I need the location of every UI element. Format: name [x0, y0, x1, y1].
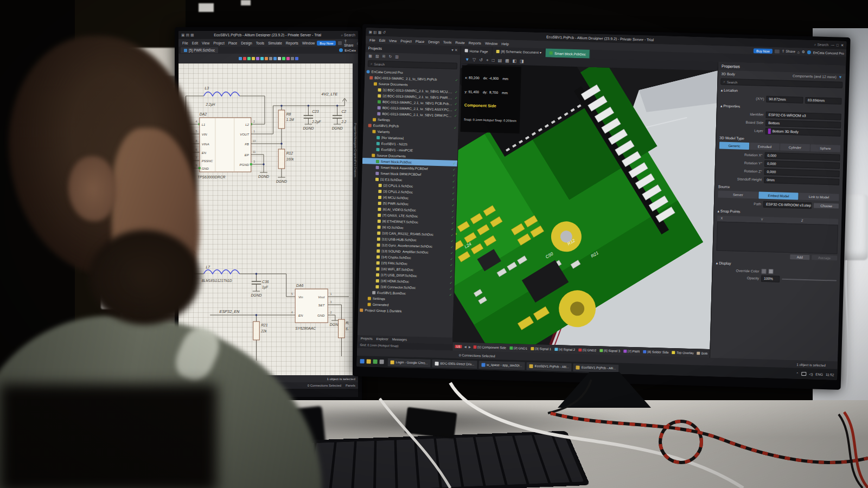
y-field[interactable]: 83.694mm: [805, 97, 842, 104]
override-color-swatch[interactable]: [761, 268, 766, 273]
opacity-field[interactable]: 100%: [761, 275, 780, 282]
view-toolbar-icon[interactable]: ◧: [513, 58, 517, 63]
app-icons[interactable]: ▣ ▤ ▦ ↺: [368, 30, 386, 35]
path-field[interactable]: ESP32-C6-WROOM v3.step: [763, 201, 812, 208]
menu-item[interactable]: View: [200, 41, 211, 45]
menu-item[interactable]: Design: [239, 41, 254, 45]
menu-item[interactable]: Tools: [442, 40, 454, 44]
toolbar-icon[interactable]: [286, 57, 290, 60]
taskbar-icon[interactable]: [373, 359, 378, 364]
projects-toolbar-icon[interactable]: ▥: [395, 54, 399, 59]
toolbar-icon[interactable]: [269, 57, 272, 60]
toolbar-icon[interactable]: [278, 57, 281, 60]
taskbar-window[interactable]: Login - Google Chro...: [387, 358, 430, 367]
toolbar-icon[interactable]: [256, 57, 259, 60]
start-icon[interactable]: [181, 391, 184, 395]
layer-tab[interactable]: [3] Signal 1: [531, 347, 551, 351]
panel-tab[interactable]: Properties: [354, 123, 357, 137]
override-color-swatch-2[interactable]: [768, 269, 773, 274]
panel-bottom-tab[interactable]: Messages: [392, 338, 407, 342]
taskbar-window[interactable]: EcoSBV...: [207, 390, 227, 396]
layer-tab[interactable]: Top Overlay: [672, 351, 694, 355]
layer-tab[interactable]: [6] Signal 3: [599, 349, 620, 352]
layer-next-icon[interactable]: ▶: [469, 345, 471, 349]
schematic-canvas[interactable]: L3 2.2µH DA2 TPS63000DRCR L14 VIN5 VINA8…: [178, 63, 358, 375]
model-type-button[interactable]: Cylinder: [780, 144, 810, 152]
menu-item[interactable]: Reports: [467, 41, 483, 45]
source-mode-button[interactable]: Server: [718, 190, 758, 198]
designator-tab[interactable]: Designator: [199, 377, 215, 381]
model-type-button[interactable]: Extruded: [750, 143, 780, 151]
layer-tab[interactable]: [7] PWR: [623, 350, 640, 354]
tray-expand-icon[interactable]: ⌃: [796, 371, 799, 375]
layer-tab[interactable]: Bottom Overlay: [697, 351, 708, 355]
gear-icon[interactable]: ⚙: [802, 50, 805, 54]
layer-tab[interactable]: [5] GND2: [578, 348, 596, 352]
taskbar-icon[interactable]: [186, 391, 189, 395]
menu-item[interactable]: Simulate: [266, 41, 284, 45]
share-button[interactable]: ⇪ Share: [782, 49, 795, 54]
chat-icon[interactable]: [338, 41, 342, 45]
home-icon[interactable]: ⌂: [797, 50, 800, 54]
opacity-slider[interactable]: [782, 278, 837, 281]
toolbar-icon[interactable]: [295, 57, 298, 60]
panel-bottom-tab[interactable]: Explorer: [376, 337, 388, 341]
snap-points-table[interactable]: [717, 221, 838, 254]
taskbar-icon[interactable]: [367, 359, 371, 363]
view-toolbar-icon[interactable]: +: [486, 57, 489, 62]
source-mode-button[interactable]: Embed Model: [758, 192, 799, 200]
menu-item[interactable]: Window: [301, 41, 316, 45]
toolbar-icon[interactable]: [291, 57, 294, 60]
taskbar-window[interactable]: EcoSBV1.PrjPcb - Alti...: [573, 363, 619, 373]
layer-tab[interactable]: [4] Signal 2: [554, 348, 575, 351]
document-tab[interactable]: [5] PWR.SchDoc: [181, 47, 218, 53]
share-button[interactable]: ⇪ Share: [344, 39, 355, 47]
view-toolbar-icon[interactable]: ▤: [497, 57, 502, 62]
toolbar-icon[interactable]: [239, 57, 242, 60]
projects-toolbar-icon[interactable]: ▦: [368, 54, 372, 58]
toolbar-icon[interactable]: [252, 57, 255, 60]
toolbar-icon[interactable]: [273, 57, 277, 60]
display-icon[interactable]: [801, 371, 806, 375]
scope-dropdown[interactable]: Components (and 12 more): [793, 74, 837, 79]
chat-icon[interactable]: [775, 49, 780, 53]
home-icon[interactable]: ⌂: [357, 41, 358, 45]
layer-tab[interactable]: [8] Solder Side: [643, 350, 669, 354]
toolbar-icon[interactable]: [282, 57, 285, 60]
taskbar-icon[interactable]: [380, 359, 384, 364]
menu-item[interactable]: Design: [426, 40, 441, 44]
app-icons[interactable]: ▣ ▤ ▦: [181, 33, 194, 37]
menu-item[interactable]: Edit: [378, 38, 387, 42]
language-indicator[interactable]: ENG: [815, 372, 823, 376]
x-field[interactable]: 90.872mm: [766, 95, 803, 103]
menu-item[interactable]: Edit: [190, 41, 200, 45]
taskbar-window[interactable]: BDC-0301-Direct Driv...: [432, 359, 477, 368]
view-toolbar-icon[interactable]: □: [492, 57, 495, 62]
clock[interactable]: 11:52: [826, 373, 834, 376]
editor-tab[interactable]: Editor: [181, 376, 196, 382]
layer-set-button[interactable]: LS: [455, 345, 462, 348]
source-mode-button[interactable]: Link to Model: [799, 193, 839, 201]
volume-icon[interactable]: ◁): [809, 372, 813, 376]
model-type-button[interactable]: Generic: [719, 142, 749, 150]
buy-now-button[interactable]: Buy Now: [317, 41, 336, 46]
window-control-button[interactable]: —: [831, 43, 834, 47]
model-type-button[interactable]: Sphere: [810, 144, 840, 152]
taskbar-window[interactable]: w_spase - app_stm32t...: [478, 361, 525, 370]
layer-tab[interactable]: [1] Component Side: [473, 345, 506, 350]
taskbar-window[interactable]: EcoSBV1.PrjPcb - Alti...: [526, 362, 572, 371]
panel-tab[interactable]: Graphics: [354, 149, 357, 161]
projects-toolbar-icon[interactable]: ▧: [375, 54, 379, 58]
menu-item[interactable]: Tools: [254, 41, 266, 45]
projects-toolbar-icon[interactable]: ↻: [388, 54, 392, 59]
panel-tab[interactable]: Navigator: [354, 137, 357, 149]
taskbar-window[interactable]: EcoSBV1...: [228, 390, 250, 396]
menu-item[interactable]: Place: [227, 41, 239, 45]
menu-item[interactable]: File: [181, 41, 190, 45]
buy-now-button[interactable]: Buy Now: [754, 48, 773, 54]
toolbar-icon[interactable]: [260, 57, 264, 60]
pcb-3d-viewport[interactable]: L24 C50 R12 R21 x: 83,200 dx: -4,900 mm …: [453, 63, 718, 349]
panel-tab[interactable]: Part Choices: [354, 160, 357, 177]
start-icon[interactable]: [360, 359, 365, 363]
menu-item[interactable]: Place: [414, 39, 426, 43]
